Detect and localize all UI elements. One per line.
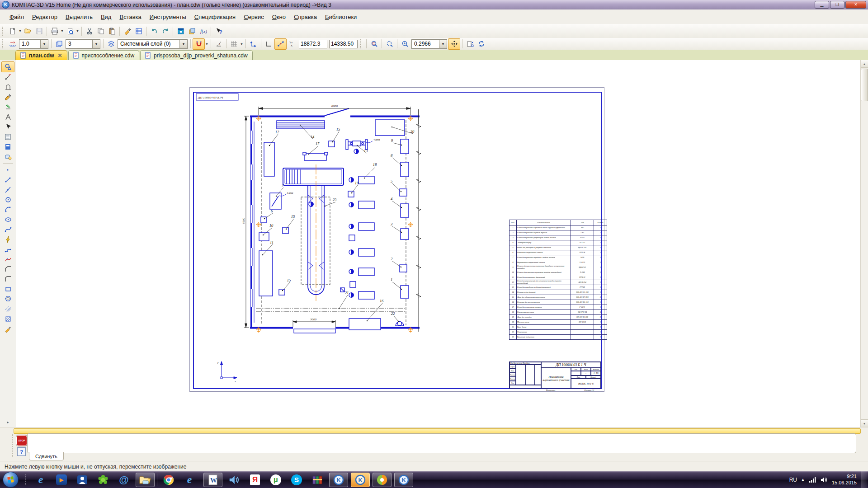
taskbar-clock[interactable]: 9:21 15.06.2015 [832,474,857,486]
document-tab[interactable]: prisposoba_dljp_proverki_shatuna.cdw [140,50,252,60]
bezier-tool-button[interactable] [2,254,14,264]
volume-icon[interactable] [821,477,828,483]
document-tab[interactable]: приспособление.cdw [68,50,140,60]
maximize-button[interactable]: ❐ [830,1,844,9]
tray-expand-icon[interactable]: ▲ [801,478,805,482]
kompas-1-taskbar-icon[interactable]: K [329,473,348,487]
arc-tool-button[interactable] [2,205,14,215]
network-icon[interactable] [809,477,816,483]
selection-tool-button[interactable] [2,122,14,132]
scroll-up-button[interactable]: ▲ [861,60,868,68]
panel-help-button[interactable]: ? [17,447,26,456]
reports-tool-button[interactable] [2,142,14,152]
specification-window-button[interactable] [133,26,144,36]
layers-button[interactable] [105,39,117,49]
menu-item[interactable]: Справка [290,12,321,22]
new-window-button[interactable] [175,26,186,36]
ellipse-tool-button[interactable] [2,215,14,225]
new-document-dropdown-arrow[interactable]: ▼ [18,26,22,36]
yandex-taskbar-icon[interactable]: Я [246,473,264,487]
close-button[interactable]: ✕ [845,1,866,9]
designations-tool-button[interactable] [2,82,14,92]
brush-tool-button[interactable] [2,324,14,334]
toolbar-grip[interactable] [360,39,362,48]
language-indicator[interactable]: RU [789,477,797,483]
zoom-in-button[interactable] [399,39,410,49]
views-button[interactable] [53,39,65,49]
menu-item[interactable]: Сервис [240,12,268,22]
show-desktop-button[interactable] [861,471,867,488]
mailru-taskbar-icon[interactable]: @ [115,473,133,487]
current-layer-combo[interactable]: Системный слой (0)▼ [118,39,188,49]
message-input[interactable] [27,433,856,453]
menu-item[interactable]: Вставка [115,12,145,22]
dimensions-tool-button[interactable] [2,72,14,82]
specification-tool-button[interactable] [2,132,14,142]
lightning-tool-button[interactable] [2,235,14,244]
zoom-scale-combo-dropdown[interactable]: ▼ [439,40,447,48]
winrar-taskbar-icon[interactable] [308,473,326,487]
move-tab[interactable]: Сдвинуть [29,452,64,460]
show-windows-button[interactable] [186,26,198,36]
sphere-app-taskbar-icon[interactable] [373,473,392,487]
polygon-tool-button[interactable] [2,294,14,304]
quick-launch-grip[interactable] [25,474,28,485]
menu-item[interactable]: Вид [97,12,116,22]
panel-expand-button[interactable]: ▸ [2,417,14,427]
current-step-combo[interactable]: 1.0▼ [19,39,48,49]
toolbar-grip[interactable] [2,39,5,48]
coordinate-y-field[interactable]: 14338.50 [329,40,358,48]
explorer-taskbar-icon[interactable] [136,473,155,487]
magnet-button[interactable] [193,38,205,50]
chrome-taskbar-icon[interactable] [160,473,178,487]
hatch-lines-tool-button[interactable] [2,304,14,314]
fillet-tool-button[interactable] [2,274,14,284]
panel-grip[interactable] [12,434,13,457]
word-taskbar-icon[interactable]: W [203,473,222,487]
document-tab[interactable]: план.cdw✕ [15,50,67,60]
measurement-tool-button[interactable] [2,112,14,122]
print-dropdown-arrow[interactable]: ▼ [60,26,64,36]
chamfer-tool-button[interactable] [2,264,14,274]
context-help-button[interactable]: ? [213,26,224,36]
kompas-active-taskbar-icon[interactable]: K [351,473,370,487]
circle-tool-button[interactable] [2,195,14,205]
snap-points-button[interactable] [274,38,287,50]
step-button[interactable] [7,39,18,49]
spline-tool-button[interactable] [2,225,14,235]
menu-item[interactable]: Библиотеки [321,12,361,22]
ortho-button[interactable] [263,39,274,49]
editing-tool-button[interactable] [2,92,14,102]
pan-button[interactable] [448,38,460,50]
minimize-button[interactable]: ▁ [815,1,829,9]
redo-button[interactable] [160,26,171,36]
print-preview-button[interactable] [64,26,75,36]
keyboard-coords-button[interactable]: Y+X [287,39,298,49]
zoom-area-button[interactable] [384,39,395,49]
geometry-tool-button[interactable] [1,61,14,72]
segment-tool-button[interactable] [2,175,14,185]
open-document-button[interactable] [22,26,33,36]
hatching-tool-button[interactable] [2,314,14,324]
stop-button[interactable]: STOP [16,435,27,446]
toolbar-grip[interactable] [2,27,5,36]
zoom-scale-combo[interactable]: 0.2966▼ [411,39,447,49]
current-view-combo-dropdown[interactable]: ▼ [92,40,100,48]
copy-button[interactable] [95,26,106,36]
menu-item[interactable]: Инструменты [146,12,190,22]
zoom-frame-button[interactable] [368,39,380,49]
angle-button[interactable]: 1 [213,39,224,49]
save-document-button[interactable] [33,26,45,36]
internet-explorer-taskbar-icon[interactable]: e [32,473,50,487]
cut-button[interactable] [84,26,95,36]
internet-explorer-2-taskbar-icon[interactable]: e [180,473,198,487]
rectangle-tool-button[interactable] [2,284,14,294]
start-button[interactable] [3,472,19,488]
utorrent-taskbar-icon[interactable]: µ [267,473,285,487]
print-preview-dropdown-arrow[interactable]: ▼ [75,26,80,36]
skype-taskbar-icon[interactable]: S [288,473,306,487]
variables-button[interactable]: f(x) [198,26,209,36]
mailru-agent-taskbar-icon[interactable] [73,473,91,487]
drawing-canvas[interactable]: ДП 190604 03 Б1Ч [16,60,861,427]
scroll-down-button[interactable]: ▼ [861,419,868,427]
